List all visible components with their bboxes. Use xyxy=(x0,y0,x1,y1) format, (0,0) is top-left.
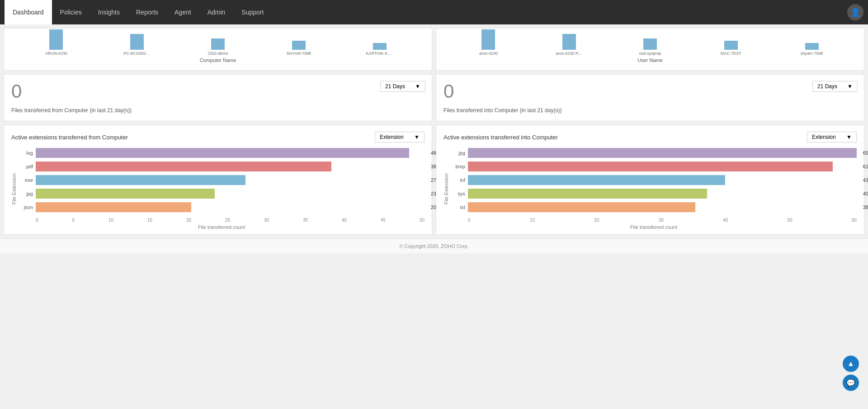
nav-policies[interactable]: Policies xyxy=(52,0,90,24)
footer-text: © Copyright 2020, ZOHO Corp. xyxy=(399,243,469,249)
user-name-axis-title: User Name xyxy=(443,57,857,63)
bar-fill xyxy=(36,148,409,158)
nav-dashboard[interactable]: Dashboard xyxy=(5,0,52,24)
files-transferred-row: 0 21 Days ▼ Files transferred from Compu… xyxy=(4,74,864,121)
extensions-from-dropdown[interactable]: Extension ▼ xyxy=(375,132,425,143)
mini-bar-col: ARUN-4230 xyxy=(16,29,97,56)
mini-bar-label: PC-8CG92003CN_1 xyxy=(123,51,151,56)
extensions-from-panel: Active extensions transferred from Compu… xyxy=(4,125,432,235)
mini-bar xyxy=(643,38,657,50)
table-row: jpg65 xyxy=(451,148,857,158)
extensions-into-header: Active extensions transferred into Compu… xyxy=(443,132,857,143)
mini-bar-col: osd-sysprep xyxy=(610,38,691,56)
bar-value-label: 23 xyxy=(431,191,436,196)
bar-label: bmp xyxy=(451,164,465,169)
bar-fill xyxy=(468,148,857,158)
mini-bar xyxy=(130,34,144,50)
files-from-panel: 0 21 Days ▼ Files transferred from Compu… xyxy=(4,74,432,121)
mini-bar xyxy=(211,38,225,50)
bar-value-label: 65 xyxy=(863,150,868,156)
mini-bar-col: arun-4230 RDV xyxy=(529,34,610,56)
x-axis-tick: 25 xyxy=(225,218,230,223)
extensions-from-title: Active extensions transferred from Compu… xyxy=(11,134,128,141)
bar-label: sys xyxy=(451,191,465,196)
mini-bar xyxy=(481,29,495,50)
bar-track: 20 xyxy=(36,202,425,212)
bar-fill xyxy=(36,189,215,199)
table-row: bmp61 xyxy=(451,162,857,171)
x-axis-tick: 20 xyxy=(186,218,191,223)
bar-label: txt xyxy=(451,204,465,210)
navigation-bar: Dashboard Policies Insights Reports Agen… xyxy=(0,0,868,24)
files-from-label: Files transferred from Computer (in last… xyxy=(11,107,425,114)
x-axis-tick: 50 xyxy=(787,218,792,223)
mini-bar-label: OSD-demo xyxy=(208,51,228,56)
bar-track: 48 xyxy=(36,148,425,158)
bar-track: 61 xyxy=(468,162,857,171)
table-row: exe27 xyxy=(19,175,425,185)
mini-bar-label: KARTHIK-9422 xyxy=(366,51,393,56)
user-name-chart-panel: arun-4230arun-4230 RDVosd-sysprepMAC-TES… xyxy=(436,28,864,71)
table-row: inf43 xyxy=(451,175,857,185)
x-axis-tick: 10 xyxy=(108,218,113,223)
into-y-axis-label: File Extension xyxy=(443,173,449,204)
chevron-down-icon: ▼ xyxy=(847,83,853,90)
bar-fill xyxy=(468,189,707,199)
bar-label: jpg xyxy=(451,150,465,156)
x-axis-tick: 35 xyxy=(303,218,308,223)
bar-track: 27 xyxy=(36,175,425,185)
from-x-axis-title: File transferred count xyxy=(19,224,425,230)
bar-label: log xyxy=(19,150,33,156)
x-axis-tick: 10 xyxy=(530,218,535,223)
from-x-axis-ticks: 05101520253035404550 xyxy=(19,218,425,223)
bar-fill xyxy=(468,202,695,212)
files-into-panel: 0 21 Days ▼ Files transferred into Compu… xyxy=(436,74,864,121)
mini-bar xyxy=(562,34,576,50)
table-row: log48 xyxy=(19,148,425,158)
files-from-dropdown[interactable]: 21 Days ▼ xyxy=(380,81,425,92)
bar-label: json xyxy=(19,204,33,210)
bar-fill xyxy=(36,162,331,171)
chat-button[interactable]: 💬 xyxy=(843,375,859,391)
from-bars-area: log48pdf38exe27jpg23json20 xyxy=(19,148,425,216)
bar-value-label: 38 xyxy=(863,204,868,210)
mini-bar xyxy=(805,43,819,50)
extensions-into-dropdown[interactable]: Extension ▼ xyxy=(807,132,857,143)
bar-value-label: 40 xyxy=(863,191,868,196)
mini-bar xyxy=(49,29,63,50)
mini-bar-label: SHYAM-7098 xyxy=(287,51,311,56)
into-x-axis-ticks: 0102030405060 xyxy=(451,218,857,223)
x-axis-tick: 40 xyxy=(342,218,347,223)
bar-value-label: 61 xyxy=(863,164,868,169)
nav-reports[interactable]: Reports xyxy=(128,0,166,24)
mini-bar-col: shyam-7098 xyxy=(771,43,852,56)
computer-name-chart-panel: ARUN-4230PC-8CG92003CN_1OSD-demoSHYAM-70… xyxy=(4,28,432,71)
table-row: json20 xyxy=(19,202,425,212)
nav-support[interactable]: Support xyxy=(233,0,272,24)
mini-bar-col: OSD-demo xyxy=(178,38,259,56)
files-into-dropdown[interactable]: 21 Days ▼ xyxy=(812,81,858,92)
mini-bar xyxy=(724,41,738,50)
footer: © Copyright 2020, ZOHO Corp. xyxy=(0,238,868,253)
nav-admin[interactable]: Admin xyxy=(199,0,234,24)
nav-insights[interactable]: Insights xyxy=(90,0,128,24)
bar-value-label: 27 xyxy=(431,177,436,183)
x-axis-tick: 0 xyxy=(36,218,38,223)
mini-bar-label: arun-4230 RDV xyxy=(556,51,583,56)
bar-value-label: 38 xyxy=(431,164,436,169)
table-row: txt38 xyxy=(451,202,857,212)
mini-bar-label: MAC-TEST xyxy=(721,51,741,56)
x-axis-tick: 60 xyxy=(852,218,857,223)
bar-track: 38 xyxy=(468,202,857,212)
scroll-up-button[interactable]: ▲ xyxy=(843,356,859,372)
nav-agent[interactable]: Agent xyxy=(166,0,199,24)
files-into-count: 0 xyxy=(443,82,857,101)
extensions-into-panel: Active extensions transferred into Compu… xyxy=(436,125,864,235)
user-avatar-icon[interactable]: 👤 xyxy=(847,4,863,20)
top-charts-row: ARUN-4230PC-8CG92003CN_1OSD-demoSHYAM-70… xyxy=(4,28,864,71)
files-from-dropdown-label: 21 Days xyxy=(385,83,405,90)
main-content: ARUN-4230PC-8CG92003CN_1OSD-demoSHYAM-70… xyxy=(0,24,868,409)
bar-track: 43 xyxy=(468,175,857,185)
bar-value-label: 43 xyxy=(863,177,868,183)
bar-fill xyxy=(468,162,833,171)
